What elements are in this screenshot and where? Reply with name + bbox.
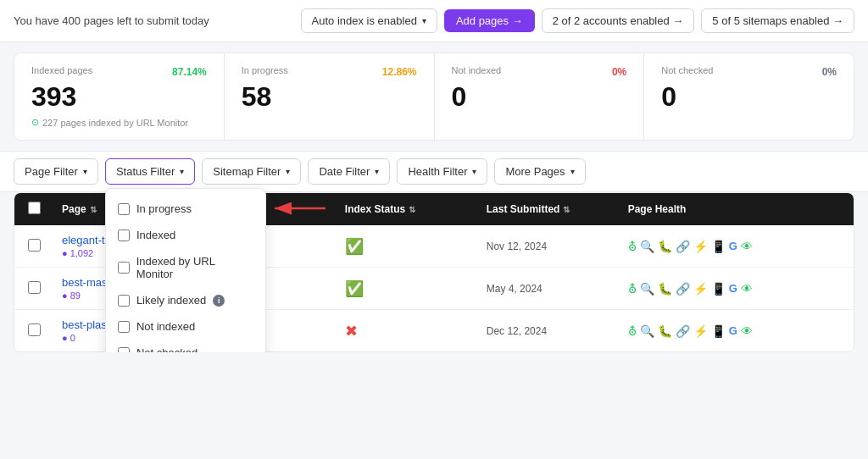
- stat-indexed-label: Indexed pages: [31, 65, 92, 75]
- header-page-label: Page: [62, 203, 86, 215]
- sitemaps-button[interactable]: 5 of 5 sitemaps enabled →: [701, 8, 854, 33]
- health-eye-icon: 👁: [741, 282, 753, 296]
- date-filter-button[interactable]: Date Filter ▾: [308, 158, 390, 185]
- health-google-icon: G: [729, 324, 737, 337]
- info-icon[interactable]: i: [213, 295, 225, 307]
- header-last-submitted-label: Last Submitted: [487, 203, 560, 215]
- dropdown-label-not-checked: Not checked: [136, 346, 198, 352]
- health-link-icon: 🔗: [676, 282, 690, 296]
- dropdown-item-not-checked[interactable]: Not checked: [106, 340, 265, 352]
- health-search-icon: 🔍: [640, 282, 654, 296]
- row1-status-icon: ✅: [345, 238, 364, 255]
- stat-indexed-num: 393: [31, 82, 207, 112]
- health-filter-chevron-icon: ▾: [472, 167, 476, 176]
- health-filter-button[interactable]: Health Filter ▾: [397, 158, 487, 185]
- row3-status-icon: ✖: [345, 323, 358, 340]
- checkbox-not-checked[interactable]: [118, 347, 130, 353]
- health-search-icon: 🔍: [640, 324, 654, 338]
- sitemaps-label: 5 of 5 sitemaps enabled →: [712, 14, 843, 27]
- auto-index-button[interactable]: Auto index is enabled ▾: [301, 8, 437, 33]
- dropdown-item-indexed-url-monitor[interactable]: Indexed by URL Monitor: [106, 248, 265, 287]
- row2-checkbox[interactable]: [28, 281, 41, 294]
- page-sort-icon[interactable]: ⇅: [90, 205, 97, 214]
- stat-indexed-sub: ⊙ 227 pages indexed by URL Monitor: [31, 117, 207, 128]
- more-pages-button[interactable]: More Pages ▾: [494, 158, 585, 185]
- stat-notchecked-pct: 0%: [822, 66, 837, 78]
- row2-status: ✅: [345, 279, 487, 298]
- accounts-button[interactable]: 2 of 2 accounts enabled →: [542, 8, 695, 33]
- chevron-down-icon: ▾: [422, 16, 426, 25]
- top-bar-actions: Auto index is enabled ▾ Add pages → 2 of…: [301, 8, 854, 33]
- health-stack-icon: ⚡: [693, 240, 708, 253]
- health-stack-icon: ⚡: [693, 282, 708, 296]
- health-download-icon: 📱: [711, 282, 726, 296]
- more-pages-label: More Pages: [505, 165, 565, 178]
- row1-checkbox[interactable]: [28, 239, 41, 252]
- dropdown-label-not-indexed: Not indexed: [136, 320, 195, 333]
- row2-status-icon: ✅: [345, 280, 364, 297]
- page-filter-chevron-icon: ▾: [83, 167, 87, 176]
- status-filter-button[interactable]: Status Filter ▾: [105, 158, 195, 185]
- top-bar: You have 400 pages left to submit today …: [0, 0, 868, 42]
- stat-inprogress-num: 58: [242, 82, 417, 112]
- select-all-checkbox[interactable]: [28, 202, 41, 214]
- stat-card-inprogress: In progress 12.86% 58: [225, 53, 435, 140]
- checkbox-inprogress[interactable]: [118, 203, 130, 215]
- checkbox-likely-indexed[interactable]: [118, 295, 130, 307]
- stat-card-notindexed: Not indexed 0% 0: [435, 53, 645, 140]
- header-index-status: Index Status ⇅: [345, 203, 487, 215]
- row1-checkbox-cell: [28, 239, 62, 254]
- filter-bar: Page Filter ▾ Status Filter ▾ In progres…: [0, 151, 868, 192]
- header-last-submitted: Last Submitted ⇅: [487, 203, 628, 215]
- more-pages-chevron-icon: ▾: [570, 167, 575, 176]
- health-bug-icon: 🐛: [658, 240, 672, 253]
- health-bug-icon: 🐛: [658, 324, 672, 338]
- health-search-icon: 🔍: [640, 240, 654, 253]
- dropdown-item-likely-indexed[interactable]: Likely indexed i: [106, 287, 265, 313]
- pages-left-text: You have 400 pages left to submit today: [14, 14, 209, 27]
- status-filter-label: Status Filter: [116, 165, 175, 178]
- stat-inprogress-label: In progress: [242, 65, 288, 75]
- health-download-icon: 📱: [711, 324, 726, 338]
- stat-indexed-pct: 87.14%: [172, 66, 207, 78]
- add-pages-label: Add pages →: [456, 14, 523, 27]
- row3-checkbox-cell: [28, 324, 62, 339]
- row2-health: ⛢ 🔍 🐛 🔗 ⚡ 📱 G 👁: [628, 282, 840, 296]
- health-sitemap-icon: ⛢: [628, 324, 637, 338]
- dropdown-item-not-indexed[interactable]: Not indexed: [106, 313, 265, 340]
- health-google-icon: G: [729, 240, 737, 252]
- last-submitted-sort-icon[interactable]: ⇅: [563, 205, 570, 214]
- stat-notchecked-label: Not checked: [661, 65, 713, 75]
- sitemap-filter-button[interactable]: Sitemap Filter ▾: [202, 158, 301, 185]
- health-stack-icon: ⚡: [693, 324, 708, 338]
- row2-checkbox-cell: [28, 281, 62, 296]
- health-link-icon: 🔗: [676, 324, 690, 338]
- header-page-health-label: Page Health: [628, 203, 687, 215]
- stat-card-notchecked: Not checked 0% 0: [644, 53, 854, 140]
- row3-checkbox[interactable]: [28, 324, 41, 336]
- row2-date: May 4, 2024: [487, 283, 628, 295]
- dropdown-item-inprogress[interactable]: In progress: [106, 196, 265, 222]
- checkbox-indexed[interactable]: [118, 230, 130, 241]
- stat-notindexed-pct: 0%: [612, 66, 626, 78]
- stat-inprogress-pct: 12.86%: [382, 66, 417, 78]
- page-filter-button[interactable]: Page Filter ▾: [14, 158, 98, 185]
- header-index-status-label: Index Status: [345, 203, 405, 215]
- accounts-label: 2 of 2 accounts enabled →: [553, 14, 684, 27]
- dropdown-item-indexed[interactable]: Indexed: [106, 222, 265, 248]
- row1-date: Nov 12, 2024: [487, 241, 628, 252]
- dropdown-label-indexed: Indexed: [136, 229, 175, 241]
- dropdown-label-indexed-url-monitor: Indexed by URL Monitor: [136, 255, 253, 280]
- status-filter-dropdown: In progress Indexed Indexed by URL Monit…: [105, 188, 266, 352]
- index-status-sort-icon[interactable]: ⇅: [409, 205, 415, 214]
- add-pages-button[interactable]: Add pages →: [444, 9, 535, 32]
- auto-index-label: Auto index is enabled: [312, 14, 417, 27]
- status-filter-container: Status Filter ▾ In progress Indexed Inde…: [105, 158, 195, 185]
- checkbox-not-indexed[interactable]: [118, 321, 130, 333]
- checkbox-indexed-url-monitor[interactable]: [118, 262, 130, 274]
- row1-health: ⛢ 🔍 🐛 🔗 ⚡ 📱 G 👁: [628, 240, 840, 253]
- dropdown-label-inprogress: In progress: [136, 202, 192, 215]
- dropdown-label-likely-indexed: Likely indexed: [136, 294, 206, 307]
- health-download-icon: 📱: [711, 240, 726, 253]
- sitemap-filter-chevron-icon: ▾: [286, 167, 290, 176]
